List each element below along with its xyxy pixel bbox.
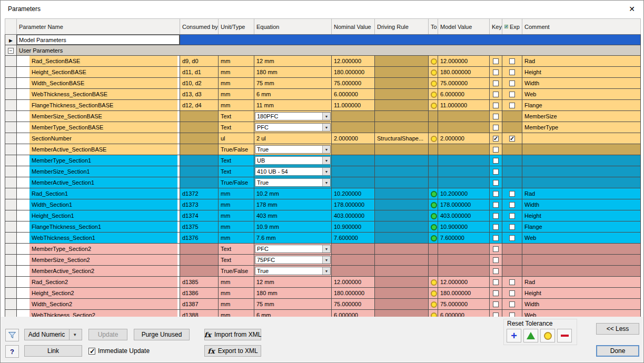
driving-rule-cell[interactable] — [375, 122, 429, 133]
driving-rule-cell[interactable] — [375, 233, 429, 244]
driving-rule-cell[interactable] — [375, 266, 429, 277]
model-value-cell[interactable]: 12.000000 — [438, 277, 490, 288]
row-selector[interactable] — [5, 266, 17, 277]
consumed-by-cell[interactable] — [180, 266, 219, 277]
model-value-cell[interactable]: 10.200000 — [438, 188, 490, 199]
export-cell[interactable] — [502, 244, 522, 255]
export-checkbox[interactable] — [509, 80, 515, 86]
export-cell[interactable] — [502, 133, 522, 144]
driving-rule-cell[interactable] — [375, 111, 429, 122]
tolerance-cell[interactable] — [429, 89, 438, 100]
key-checkbox[interactable] — [493, 235, 499, 241]
consumed-by-cell[interactable] — [180, 177, 219, 188]
key-checkbox[interactable] — [493, 80, 499, 86]
nominal-value-cell[interactable]: 11.000000 — [332, 100, 375, 111]
parameter-name-cell[interactable]: Model Parameters — [17, 35, 180, 45]
model-value-cell[interactable]: 2.000000 — [438, 133, 490, 144]
export-cell[interactable] — [502, 144, 522, 155]
tolerance-cell[interactable] — [429, 67, 438, 78]
key-checkbox[interactable] — [493, 180, 499, 186]
unit-type-cell[interactable]: Text — [219, 244, 254, 255]
export-checkbox[interactable] — [509, 202, 515, 208]
tolerance-cell[interactable] — [429, 210, 438, 221]
key-checkbox[interactable] — [493, 202, 499, 208]
unit-type-cell[interactable]: Text — [219, 166, 254, 177]
key-cell[interactable] — [490, 133, 502, 144]
row-selector[interactable] — [5, 233, 17, 244]
consumed-by-cell[interactable] — [180, 244, 219, 255]
tolerance-cell[interactable] — [429, 277, 438, 288]
tolerance-cell[interactable] — [429, 56, 438, 67]
tolerance-cell[interactable] — [429, 133, 438, 144]
comment-cell[interactable]: Rad — [522, 56, 641, 67]
parameter-name-cell[interactable]: Rad_Section2 — [17, 277, 180, 288]
done-button[interactable]: Done — [596, 345, 639, 357]
export-checkbox[interactable] — [509, 235, 515, 241]
export-cell[interactable] — [502, 166, 522, 177]
row-selector[interactable] — [5, 288, 17, 299]
driving-rule-cell[interactable] — [375, 100, 429, 111]
export-checkbox[interactable] — [509, 58, 515, 64]
equation-cell[interactable]: 403 mm — [254, 210, 332, 221]
comment-cell[interactable] — [522, 255, 641, 266]
driving-rule-cell[interactable] — [375, 277, 429, 288]
row-selector[interactable] — [5, 67, 17, 78]
tolerance-cell[interactable] — [429, 266, 438, 277]
tolerance-median-button[interactable] — [523, 329, 538, 342]
export-cell[interactable] — [502, 188, 522, 199]
key-checkbox[interactable] — [493, 169, 499, 175]
consumed-by-cell[interactable]: d1387 — [180, 299, 219, 310]
nominal-value-cell[interactable] — [332, 144, 375, 155]
consumed-by-cell[interactable]: d13, d3 — [180, 89, 219, 100]
key-cell[interactable] — [490, 144, 502, 155]
row-selector[interactable] — [5, 221, 17, 233]
equation-cell[interactable]: 12 mm — [254, 277, 332, 288]
comment-cell[interactable]: Height — [522, 67, 641, 78]
export-cell[interactable] — [502, 199, 522, 210]
comment-cell[interactable]: MemberSize — [522, 111, 641, 122]
parameter-name-cell[interactable]: Rad_Section1 — [17, 188, 180, 199]
driving-rule-cell[interactable] — [375, 299, 429, 310]
comment-cell[interactable] — [522, 177, 641, 188]
row-selector[interactable] — [5, 244, 17, 255]
consumed-by-cell[interactable]: d1375 — [180, 221, 219, 233]
dropdown-arrow-icon[interactable]: ▼ — [322, 267, 330, 275]
equation-cell[interactable]: 6 mm — [254, 89, 332, 100]
tolerance-cell[interactable] — [429, 288, 438, 299]
unit-type-cell[interactable]: True/False — [219, 144, 254, 155]
key-checkbox[interactable] — [493, 136, 499, 142]
dropdown-arrow-icon[interactable]: ▼ — [322, 256, 330, 264]
equation-cell[interactable]: PFC▼ — [254, 244, 332, 255]
export-cell[interactable] — [502, 100, 522, 111]
parameter-name-cell[interactable]: WebThickness_Section1 — [17, 233, 180, 244]
parameter-name-cell[interactable]: MemberType_Section2 — [17, 244, 180, 255]
row-selector[interactable] — [5, 166, 17, 177]
equation-cell[interactable]: 180 mm — [254, 67, 332, 78]
equation-dropdown[interactable]: PFC▼ — [255, 245, 331, 253]
consumed-by-cell[interactable]: d1376 — [180, 233, 219, 244]
model-value-cell[interactable] — [438, 177, 490, 188]
nominal-value-cell[interactable]: 7.600000 — [332, 233, 375, 244]
export-cell[interactable] — [502, 67, 522, 78]
key-cell[interactable] — [490, 177, 502, 188]
equation-dropdown[interactable]: 410 UB - 54▼ — [255, 167, 331, 176]
row-selector[interactable] — [5, 56, 17, 67]
row-selector[interactable] — [5, 111, 17, 122]
unit-type-cell[interactable]: ul — [219, 133, 254, 144]
equation-cell[interactable]: 11 mm — [254, 100, 332, 111]
nominal-value-cell[interactable]: 180.000000 — [332, 67, 375, 78]
consumed-by-cell[interactable] — [180, 255, 219, 266]
key-cell[interactable] — [490, 166, 502, 177]
export-checkbox[interactable] — [509, 301, 515, 307]
model-value-cell[interactable] — [438, 244, 490, 255]
export-cell[interactable] — [502, 155, 522, 166]
tolerance-cell[interactable] — [429, 144, 438, 155]
export-cell[interactable] — [502, 210, 522, 221]
equation-cell[interactable]: 12 mm — [254, 56, 332, 67]
nominal-value-cell[interactable] — [332, 244, 375, 255]
model-value-cell[interactable]: 75.000000 — [438, 299, 490, 310]
export-checkbox[interactable] — [509, 290, 515, 296]
key-checkbox[interactable] — [493, 69, 499, 75]
add-numeric-dropdown-icon[interactable]: ▼ — [73, 332, 78, 337]
comment-cell[interactable]: Width — [522, 199, 641, 210]
